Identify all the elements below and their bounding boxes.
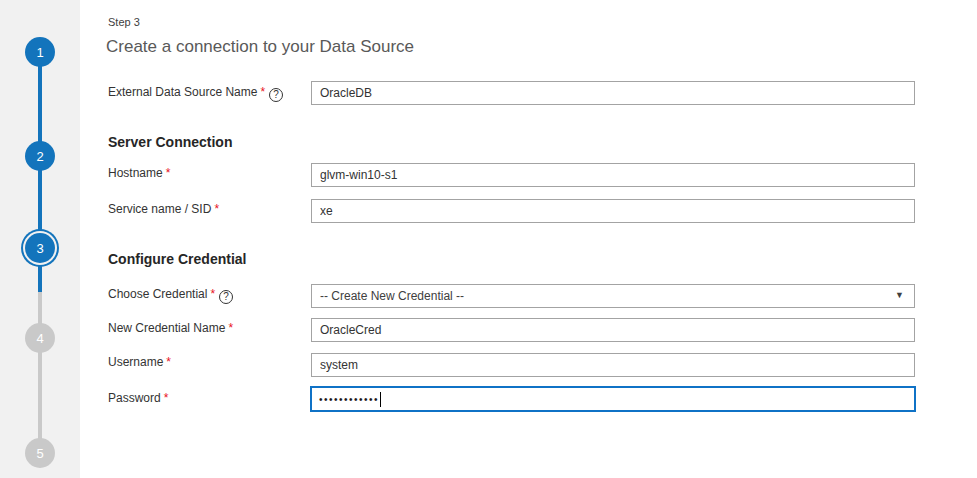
- label-text: External Data Source Name: [108, 85, 257, 99]
- service-name-sid-input[interactable]: [311, 199, 915, 223]
- required-marker: *: [228, 321, 233, 335]
- required-marker: *: [166, 355, 171, 369]
- step-3-circle[interactable]: 3: [25, 233, 55, 263]
- chevron-down-icon: ▼: [895, 290, 904, 300]
- label-text: Service name / SID: [108, 202, 211, 216]
- password-input[interactable]: ••••••••••••: [310, 386, 916, 412]
- choose-credential-select[interactable]: -- Create New Credential -- ▼: [311, 284, 915, 308]
- required-marker: *: [164, 391, 169, 405]
- choose-credential-label: Choose Credential*?: [108, 287, 233, 304]
- stepper-rail: 1 2 3 4 5: [0, 0, 80, 478]
- step-4-circle[interactable]: 4: [25, 323, 55, 353]
- wizard-page: 1 2 3 4 5 Step 3 Create a connection to …: [0, 0, 977, 478]
- text-caret: [380, 392, 381, 407]
- stepper-remaining-line: [38, 292, 42, 453]
- server-connection-section-title: Server Connection: [108, 134, 232, 150]
- username-label: Username*: [108, 355, 171, 369]
- service-name-sid-label: Service name / SID*: [108, 202, 219, 216]
- label-text: Hostname: [108, 166, 163, 180]
- required-marker: *: [214, 202, 219, 216]
- required-marker: *: [210, 287, 215, 301]
- label-text: Username: [108, 355, 163, 369]
- required-marker: *: [166, 166, 171, 180]
- configure-credential-section-title: Configure Credential: [108, 251, 246, 267]
- masked-password-text: ••••••••••••: [319, 394, 379, 405]
- label-text: Password: [108, 391, 161, 405]
- new-credential-name-input[interactable]: [311, 318, 915, 342]
- label-text: Choose Credential: [108, 287, 207, 301]
- external-data-source-name-label: External Data Source Name*?: [108, 85, 283, 102]
- help-icon[interactable]: ?: [219, 290, 233, 304]
- hostname-input[interactable]: [311, 163, 915, 187]
- page-title: Create a connection to your Data Source: [106, 37, 414, 57]
- step-1-circle[interactable]: 1: [25, 37, 55, 67]
- selected-option-text: -- Create New Credential --: [320, 289, 464, 303]
- required-marker: *: [260, 85, 265, 99]
- label-text: New Credential Name: [108, 321, 225, 335]
- username-input[interactable]: [311, 353, 915, 377]
- help-icon[interactable]: ?: [269, 88, 283, 102]
- step-5-circle[interactable]: 5: [25, 438, 55, 468]
- new-credential-name-label: New Credential Name*: [108, 321, 233, 335]
- step-label: Step 3: [108, 16, 140, 28]
- password-label: Password*: [108, 391, 168, 405]
- external-data-source-name-input[interactable]: [311, 81, 915, 105]
- step-2-circle[interactable]: 2: [25, 141, 55, 171]
- hostname-label: Hostname*: [108, 166, 170, 180]
